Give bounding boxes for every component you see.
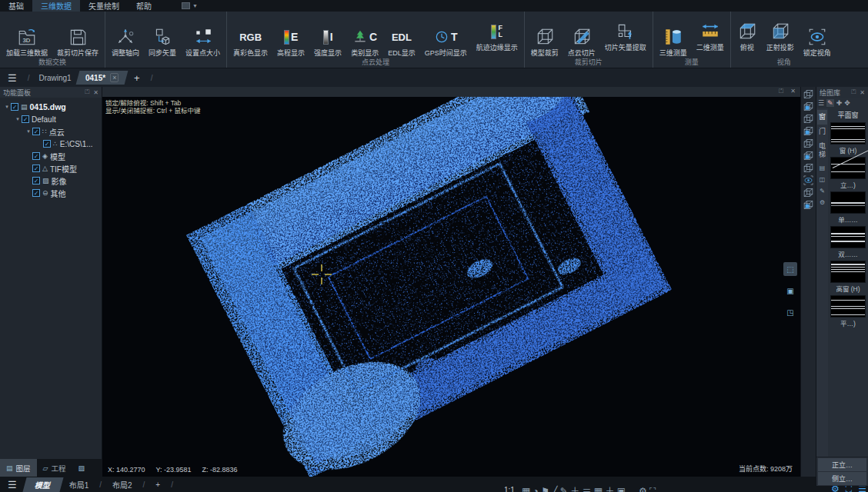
track-edge-display-button[interactable]: FL 航迹边缘显示 (472, 13, 522, 58)
gps-time-display-button[interactable]: T GPS时间显示 (420, 13, 472, 58)
pin-icon[interactable]: ⏍ (779, 88, 783, 95)
list-icon[interactable]: ☰ (818, 99, 824, 107)
cylinder-ruler-icon (663, 25, 683, 49)
close-icon[interactable]: ✕ (93, 89, 98, 96)
tab-project[interactable]: ▱ 工程 (37, 459, 72, 477)
category-tab-elevator[interactable]: 电梯 (817, 139, 827, 162)
checkbox[interactable]: ✓ (32, 165, 40, 172)
tree-item-dwg[interactable]: ▾ ✓ ▤ 0415.dwg (0, 101, 102, 113)
close-icon[interactable]: × (110, 73, 119, 82)
checkbox[interactable]: ✓ (32, 189, 40, 197)
side-elevation-button[interactable]: 侧立… (818, 472, 866, 485)
view-cube-left-icon[interactable] (803, 125, 814, 137)
hamburger-menu-icon[interactable]: ☰ (0, 479, 25, 490)
quick-tool-icon[interactable] (182, 2, 190, 9)
tree-item-model[interactable]: ✓ ◈ 模型 (0, 150, 102, 162)
category-tab-window[interactable]: 窗 (817, 110, 827, 125)
menu-tab-vector-draw[interactable]: 矢量绘制 (80, 0, 128, 12)
tree-item-other[interactable]: ✓ ⊖ 其他 (0, 187, 102, 199)
tab-images[interactable]: ▨ (72, 459, 91, 477)
eye-icon[interactable] (803, 175, 814, 186)
model-crop-button[interactable]: 模型裁剪 (526, 13, 563, 58)
block-item-double[interactable]: 双…… (830, 226, 866, 258)
block-item-elevation[interactable]: 立…) (830, 157, 866, 189)
view-cube-top-icon[interactable] (803, 150, 814, 161)
checkbox[interactable]: ✓ (43, 140, 51, 148)
layout-tab-layout1[interactable]: 布局1 (62, 479, 97, 490)
view-cube-front-icon[interactable] (803, 101, 814, 112)
tree-item-default[interactable]: ▾ ✓ Default (0, 113, 102, 125)
elevation-display-button[interactable]: E 高程显示 (272, 13, 309, 58)
sync-vector-button[interactable]: 同步矢量 (144, 13, 181, 58)
edl-display-button[interactable]: EDL EDL显示 (383, 13, 420, 58)
menu-tab-basic[interactable]: 基础 (0, 0, 32, 12)
zoom-extents-button[interactable]: ▣ (783, 284, 797, 298)
pointcloud-slice-button[interactable]: 点云切片 (563, 13, 600, 58)
measure-2d-button[interactable]: 二维测量 (692, 13, 729, 58)
adjust-axis-button[interactable]: 调整轴向 (107, 13, 144, 58)
menu-tab-3d-data[interactable]: 三维数据 (32, 0, 80, 12)
select-tool-button[interactable]: ⬚ (783, 262, 797, 276)
checkbox[interactable]: ✓ (32, 177, 40, 184)
block-item-single[interactable]: 单…… (830, 191, 866, 224)
rgb-display-button[interactable]: RGB 真彩色显示 (229, 13, 272, 58)
expand-arrow-icon[interactable]: ▾ (3, 104, 11, 110)
edit-icon[interactable]: ✎ (826, 99, 834, 107)
class-display-button[interactable]: C 类别显示 (346, 13, 383, 58)
slice-vector-extract-button[interactable]: 切片矢量提取 (600, 13, 651, 58)
view-mode-button[interactable]: ◳ (783, 305, 797, 319)
intensity-display-button[interactable]: I 强度显示 (309, 13, 346, 58)
tree-item-tif-model[interactable]: ✓ △ TIF模型 (0, 162, 102, 175)
top-view-button[interactable]: 俯视 (733, 13, 762, 58)
crop-slice-save-button[interactable]: 裁剪切片保存 (52, 13, 103, 58)
measure-3d-button[interactable]: 三维测量 (655, 13, 692, 58)
annotate-icon[interactable]: ✎ (820, 185, 825, 197)
pin-icon[interactable]: ⏍ (851, 88, 856, 96)
view-cube-right-icon[interactable] (803, 138, 814, 149)
view-cube-back-icon[interactable] (803, 113, 814, 125)
column-icon[interactable]: ◫ (820, 174, 826, 185)
close-icon[interactable]: ✕ (860, 89, 865, 96)
tree-item-file[interactable]: ✓ ∴ E:\CS\1... (0, 138, 102, 150)
pin-icon[interactable]: ⏍ (85, 88, 89, 96)
hamburger-menu-icon[interactable]: ☰ (0, 72, 25, 84)
lock-view-button[interactable]: 锁定视角 (799, 13, 836, 58)
add-icon[interactable]: ✚ (836, 99, 843, 107)
tree-item-image[interactable]: ✓ ▨ 影像 (0, 175, 102, 187)
view-cube-bottom-icon[interactable] (803, 162, 814, 174)
load-3d-data-button[interactable]: 加载三维数据 (2, 13, 52, 58)
gear-icon[interactable]: ⚙ (820, 197, 825, 208)
checkbox[interactable]: ✓ (32, 128, 40, 135)
category-tab-door[interactable]: 门 (817, 125, 827, 139)
add-layout-button[interactable]: + (148, 480, 168, 489)
view-ortho-icon[interactable] (803, 199, 814, 211)
block-item-flat[interactable]: 平…) (830, 295, 866, 327)
block-item-window-h[interactable]: 窗 (H) (830, 122, 866, 155)
front-elevation-button[interactable]: 正立… (818, 458, 866, 471)
close-icon[interactable]: ✕ (790, 88, 796, 95)
ortho-projection-button[interactable]: 正射投影 (762, 13, 799, 58)
checkbox[interactable]: ✓ (22, 115, 29, 123)
expand-arrow-icon[interactable]: ▾ (25, 128, 32, 135)
chevron-down-icon[interactable]: ▼ (192, 3, 198, 8)
checkbox[interactable]: ✓ (11, 103, 18, 111)
add-tab-button[interactable]: + (126, 72, 148, 84)
tree-item-pointcloud[interactable]: ▾ ✓ ∷ 点云 (0, 125, 102, 138)
menu-tab-help[interactable]: 帮助 (128, 0, 160, 12)
doc-tab-0415[interactable]: 0415* × (75, 71, 128, 85)
doc-tab-drawing1[interactable]: Drawing1 (32, 74, 77, 82)
checkbox[interactable]: ✓ (32, 152, 40, 160)
pan-hand-icon[interactable]: ✥ (844, 99, 850, 107)
set-point-size-button[interactable]: 设置点大小 (181, 13, 225, 58)
layout-tab-model[interactable]: 模型 (22, 477, 63, 492)
block-item-high-window[interactable]: 高窗 (H) (830, 261, 866, 293)
scale-indicator[interactable]: 1:1 (504, 486, 515, 492)
view-cube-icon[interactable] (803, 88, 814, 100)
viewport-canvas[interactable]: ⏍ ✕ (102, 87, 800, 477)
blocks-icon[interactable]: ▤ (820, 162, 826, 174)
statusbar-icon-strip[interactable]: ▦ ◔ ⚑ ╱ ✎ ＋ ＝ ▦ ＋ ▣ ⌄ ⚙ ⛶ (522, 484, 656, 492)
tab-layers[interactable]: ▤ 图层 (0, 459, 37, 477)
view-iso-icon[interactable] (803, 187, 814, 198)
layout-tab-layout2[interactable]: 布局2 (105, 479, 140, 490)
expand-arrow-icon[interactable]: ▾ (14, 116, 22, 122)
